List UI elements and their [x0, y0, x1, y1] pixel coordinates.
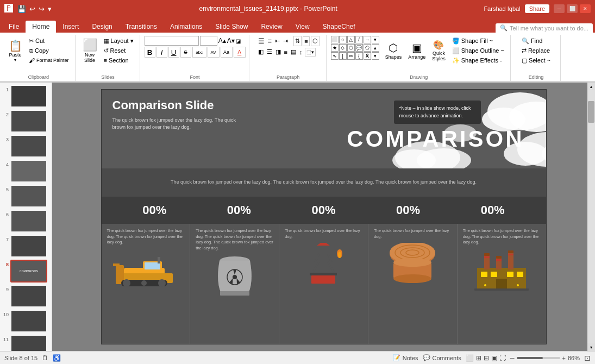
slide-sorter-button[interactable]: ⊟ [484, 354, 489, 362]
font-color-button[interactable]: A [234, 47, 246, 58]
bullets-button[interactable]: ☰ [257, 36, 266, 46]
slide-thumb-5[interactable]: 5 [2, 185, 49, 208]
slide-thumb-4[interactable]: 4 [2, 160, 49, 183]
outline-view-button[interactable]: ⊞ [476, 354, 481, 362]
zoom-level[interactable]: 86% [568, 355, 580, 361]
shape-effects-button[interactable]: ✨ Shape Effects - [449, 55, 507, 65]
replace-button[interactable]: ⇄ Replace [519, 46, 553, 55]
scroll-thumb[interactable] [588, 101, 594, 123]
shape-scroll-up[interactable]: ▴ [372, 44, 379, 52]
customize-qat-button[interactable]: ▾ [47, 5, 53, 13]
slide-thumb-9[interactable]: 9 [2, 285, 49, 307]
copy-button[interactable]: ⧉ Copy [26, 46, 72, 55]
char-spacing-button[interactable]: AV [208, 47, 220, 58]
find-button[interactable]: 🔍 Find [519, 36, 553, 46]
select-button[interactable]: ▢ Select ~ [519, 55, 553, 65]
section-button[interactable]: ≡ Section [101, 55, 136, 65]
align-center-button[interactable]: ☰ [266, 47, 273, 57]
format-painter-button[interactable]: 🖌 Format Painter [26, 55, 72, 65]
scroll-down-button[interactable]: ▾ [587, 343, 595, 351]
underline-button[interactable]: U [168, 47, 179, 58]
zoom-in-button[interactable]: + [562, 355, 566, 361]
smart-art-button[interactable]: ⬡ [311, 36, 320, 46]
slide-thumb-8[interactable]: 8 COMPARISON [2, 260, 49, 283]
change-case-button[interactable]: Aa [221, 47, 233, 58]
undo-button[interactable]: ↩ [28, 5, 36, 13]
minimize-button[interactable]: ─ [554, 4, 565, 13]
bold-button[interactable]: B [145, 47, 155, 58]
notes-button[interactable]: 📝 Notes [393, 354, 418, 361]
shape-arrow[interactable]: → [364, 36, 371, 43]
normal-view-button[interactable]: ⬜ [466, 354, 474, 362]
shape-curve[interactable]: ∿ [331, 52, 339, 60]
clear-format-button[interactable]: ◪ [236, 38, 241, 44]
paste-button[interactable]: 📋 Paste ▾ [5, 36, 25, 66]
shape-diamond[interactable]: ◇ [339, 44, 347, 52]
fit-slide-button[interactable]: ⊡ [584, 354, 591, 362]
shape-brace[interactable]: { [355, 52, 363, 60]
tab-animations[interactable]: Animations [164, 21, 209, 33]
slide-thumb-10[interactable]: 10 [2, 310, 49, 332]
shapes-button[interactable]: ⬡ Shapes [383, 36, 405, 66]
scroll-up-button[interactable]: ▴ [587, 83, 595, 90]
close-button[interactable]: ✕ [580, 4, 591, 13]
font-family-input[interactable] [145, 36, 199, 46]
line-spacing-button[interactable]: ↕ [298, 48, 304, 57]
scroll-track[interactable] [587, 90, 595, 343]
shape-more[interactable]: ▾ [372, 36, 379, 43]
quick-styles-button[interactable]: 🎨 QuickStyles [429, 36, 448, 66]
text-direction-button[interactable]: ⇅ [293, 36, 302, 46]
decrease-font-size-button[interactable]: A▾ [227, 37, 235, 45]
shape-circle[interactable]: ○ [339, 36, 347, 43]
layout-button[interactable]: ▦ Layout ▾ [101, 36, 136, 46]
shape-bracket[interactable]: [ [339, 52, 347, 60]
italic-button[interactable]: I [156, 47, 167, 58]
tab-shapechef[interactable]: ShapeChef [316, 21, 362, 33]
zoom-out-button[interactable]: ─ [510, 355, 515, 361]
justify-button[interactable]: ≡ [283, 48, 289, 57]
shape-pentagon[interactable]: ⬠ [364, 44, 371, 52]
shape-rect[interactable]: ⬜ [331, 36, 339, 43]
share-button[interactable]: Share [525, 4, 549, 13]
slide-thumb-11[interactable]: 11 [2, 335, 49, 351]
tab-home[interactable]: Home [26, 21, 56, 33]
col-count-button[interactable]: ▤ [290, 47, 297, 57]
zoom-slider[interactable] [517, 357, 560, 359]
tab-insert[interactable]: Insert [56, 21, 85, 33]
small-caps-button[interactable]: abc [192, 47, 206, 58]
presenter-view-button[interactable]: ⛶ [499, 354, 506, 362]
cut-button[interactable]: ✂ Cut [26, 36, 72, 46]
tab-file[interactable]: File [2, 21, 26, 33]
save-button[interactable]: 💾 [16, 5, 27, 13]
decrease-indent-button[interactable]: ⇤ [274, 36, 281, 46]
increase-indent-button[interactable]: ⇥ [282, 36, 289, 46]
slide-view[interactable]: Comparison Slide The quick brown fox jum… [101, 89, 547, 344]
slide-thumb-3[interactable]: 3 [2, 135, 49, 158]
tab-transitions[interactable]: Transitions [119, 21, 164, 33]
shape-triangle[interactable]: △ [347, 36, 355, 43]
align-left-button[interactable]: ◧ [257, 47, 265, 57]
font-size-input[interactable] [200, 36, 217, 46]
shape-hex[interactable]: ⬡ [347, 44, 355, 52]
tab-slideshow[interactable]: Slide Show [209, 21, 254, 33]
slide-thumb-2[interactable]: 2 [2, 110, 49, 133]
shape-line[interactable]: / [355, 36, 363, 43]
shape-star[interactable]: ★ [331, 44, 339, 52]
comments-button[interactable]: 💬 Comments [423, 354, 461, 361]
reset-button[interactable]: ↺ Reset [101, 46, 136, 55]
shape-ribbon[interactable]: 🎗 [364, 52, 371, 60]
tell-me-box[interactable]: 🔍 Tell me what you want to do... [496, 23, 593, 33]
slide-thumb-1[interactable]: 1 [2, 85, 49, 108]
paste-dropdown[interactable]: ▾ [14, 58, 16, 62]
arrange-button[interactable]: ▣ Arrange [405, 36, 428, 66]
shape-fill-button[interactable]: 🪣 Shape Fill ~ [449, 36, 507, 46]
reading-view-button[interactable]: ▣ [491, 354, 497, 362]
align-text-button[interactable]: ≡ [303, 36, 309, 46]
tab-view[interactable]: View [289, 21, 316, 33]
redo-button[interactable]: ↪ [37, 5, 46, 13]
tab-design[interactable]: Design [85, 21, 118, 33]
slide-thumb-7[interactable]: 7 [2, 235, 49, 258]
align-right-button[interactable]: ◨ [274, 47, 282, 57]
increase-font-size-button[interactable]: A▴ [218, 37, 226, 45]
strikethrough-button[interactable]: S [180, 47, 191, 58]
